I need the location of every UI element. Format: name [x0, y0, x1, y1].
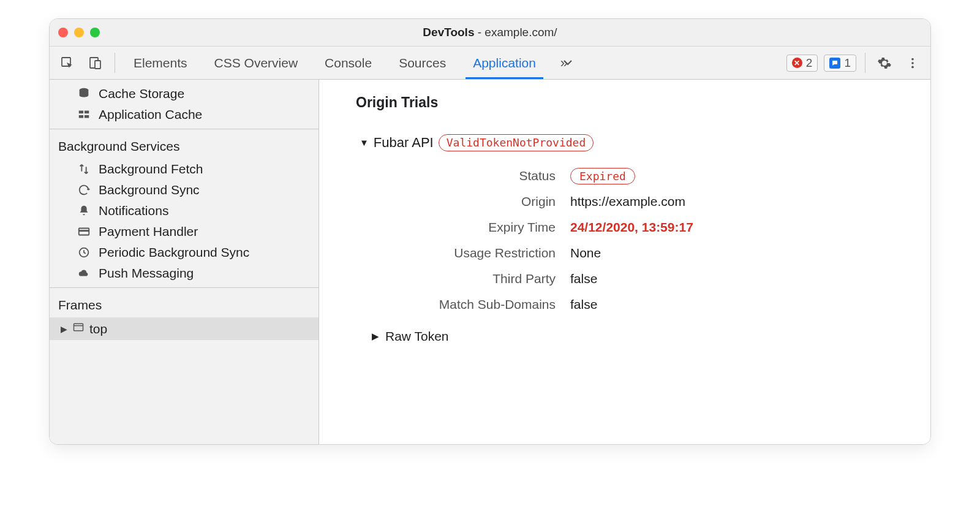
credit-card-icon: [77, 225, 91, 238]
inspect-element-button[interactable]: [55, 47, 80, 79]
grid-icon: [77, 108, 91, 121]
kv-value-third-party: false: [570, 271, 910, 286]
issues-count-pill[interactable]: 1: [824, 55, 856, 72]
trial-status-badge: ValidTokenNotProvided: [439, 134, 594, 151]
sidebar-item-label: Payment Handler: [99, 224, 198, 239]
error-icon: ✕: [792, 58, 802, 68]
toggle-device-toolbar-button[interactable]: [83, 47, 108, 79]
arrows-updown-icon: [77, 162, 91, 176]
sidebar-item-periodic-background-sync[interactable]: Periodic Background Sync: [50, 242, 318, 263]
frame-label: top: [89, 322, 107, 336]
traffic-lights: [58, 28, 100, 37]
svg-point-4: [911, 62, 914, 64]
tab-css-overview[interactable]: CSS Overview: [202, 47, 311, 79]
error-count-pill[interactable]: ✕ 2: [786, 55, 818, 72]
sidebar-group-frames: Frames ▶ top: [50, 287, 318, 344]
svg-rect-2: [95, 61, 100, 69]
sidebar-item-label: Notifications: [99, 203, 168, 218]
kv-value-status: Expired: [570, 169, 910, 183]
minimize-window-button[interactable]: [74, 28, 84, 37]
tab-sources[interactable]: Sources: [386, 47, 458, 79]
database-icon: [77, 87, 91, 100]
tab-console[interactable]: Console: [312, 47, 384, 79]
trial-header[interactable]: ▼ Fubar API ValidTokenNotProvided: [356, 134, 910, 151]
tab-application[interactable]: Application: [461, 47, 548, 79]
window-icon: [72, 321, 85, 336]
sidebar-item-notifications[interactable]: Notifications: [50, 200, 318, 221]
kv-value-expiry: 24/12/2020, 13:59:17: [570, 220, 910, 235]
sidebar-item-label: Cache Storage: [99, 86, 184, 101]
svg-rect-8: [85, 111, 89, 114]
divider: [865, 53, 865, 73]
title-location: example.com/: [484, 26, 557, 39]
titlebar: DevTools - example.com/: [50, 19, 930, 46]
kv-value-subdomains: false: [570, 297, 910, 312]
sidebar-item-background-sync[interactable]: Background Sync: [50, 180, 318, 200]
kv-label-expiry: Expiry Time: [372, 220, 556, 235]
issues-count: 1: [844, 56, 851, 70]
status-area: ✕ 2 1: [786, 47, 859, 79]
tab-elements[interactable]: Elements: [121, 47, 200, 79]
kv-label-status: Status: [372, 169, 556, 183]
kv-label-subdomains: Match Sub-Domains: [372, 297, 556, 312]
disclosure-triangle-icon: ▶: [372, 331, 379, 342]
maximize-window-button[interactable]: [90, 28, 100, 37]
issues-icon: [829, 58, 840, 69]
error-count: 2: [806, 56, 813, 70]
main-panel: Origin Trials ▼ Fubar API ValidTokenNotP…: [319, 80, 930, 444]
sidebar-item-frame-top[interactable]: ▶ top: [50, 317, 318, 340]
svg-point-5: [911, 66, 914, 68]
close-window-button[interactable]: [58, 28, 68, 37]
sidebar-item-label: Push Messaging: [99, 266, 194, 281]
kv-value-origin: https://example.com: [570, 194, 910, 209]
tabs-overflow-button[interactable]: »: [551, 47, 578, 79]
devtools-window: DevTools - example.com/ Elements CSS Ove…: [49, 18, 931, 445]
sidebar-item-cache-storage[interactable]: Cache Storage: [50, 83, 318, 104]
content-area: Cache Storage Application Cache Backgrou…: [50, 80, 930, 444]
disclosure-triangle-icon: ▼: [360, 137, 369, 148]
title-app: DevTools: [423, 26, 474, 39]
window-title: DevTools - example.com/: [50, 26, 930, 39]
kv-label-usage: Usage Restriction: [372, 246, 556, 260]
status-expired-badge: Expired: [570, 168, 635, 184]
sidebar-group-bg-services: Background Services Background Fetch Bac…: [50, 129, 318, 287]
sidebar-item-push-messaging[interactable]: Push Messaging: [50, 263, 318, 284]
raw-token-label: Raw Token: [385, 329, 449, 344]
svg-rect-14: [74, 324, 83, 331]
clock-icon: [77, 246, 91, 259]
svg-rect-9: [79, 115, 83, 118]
panel-title: Origin Trials: [356, 94, 910, 111]
raw-token-toggle[interactable]: ▶ Raw Token: [356, 329, 910, 344]
sidebar-item-label: Application Cache: [99, 107, 202, 122]
sidebar-item-label: Periodic Background Sync: [99, 245, 249, 260]
cloud-icon: [77, 267, 91, 280]
sidebar-group-cache: Cache Storage Application Cache: [50, 80, 318, 129]
kv-label-third-party: Third Party: [372, 271, 556, 286]
bell-icon: [77, 204, 91, 218]
kebab-menu-button[interactable]: [900, 47, 925, 79]
disclosure-triangle-icon: ▶: [61, 324, 67, 334]
sidebar-item-label: Background Fetch: [99, 162, 203, 176]
settings-button[interactable]: [872, 47, 897, 79]
svg-rect-12: [79, 230, 89, 232]
kv-value-usage: None: [570, 246, 910, 260]
kv-label-origin: Origin: [372, 194, 556, 209]
sync-icon: [77, 183, 91, 197]
svg-point-3: [911, 58, 914, 60]
divider: [115, 53, 115, 73]
trial-name: Fubar API: [374, 135, 434, 151]
tab-bar: Elements CSS Overview Console Sources Ap…: [50, 46, 930, 80]
svg-rect-7: [79, 111, 83, 114]
svg-rect-10: [85, 115, 89, 118]
sidebar-item-payment-handler[interactable]: Payment Handler: [50, 221, 318, 242]
sidebar-heading: Frames: [50, 292, 318, 317]
sidebar-item-application-cache[interactable]: Application Cache: [50, 104, 318, 125]
trial-details-grid: Status Expired Origin https://example.co…: [372, 169, 910, 312]
application-sidebar: Cache Storage Application Cache Backgrou…: [50, 80, 319, 444]
sidebar-item-background-fetch[interactable]: Background Fetch: [50, 159, 318, 180]
sidebar-heading: Background Services: [50, 133, 318, 159]
sidebar-item-label: Background Sync: [99, 183, 200, 197]
